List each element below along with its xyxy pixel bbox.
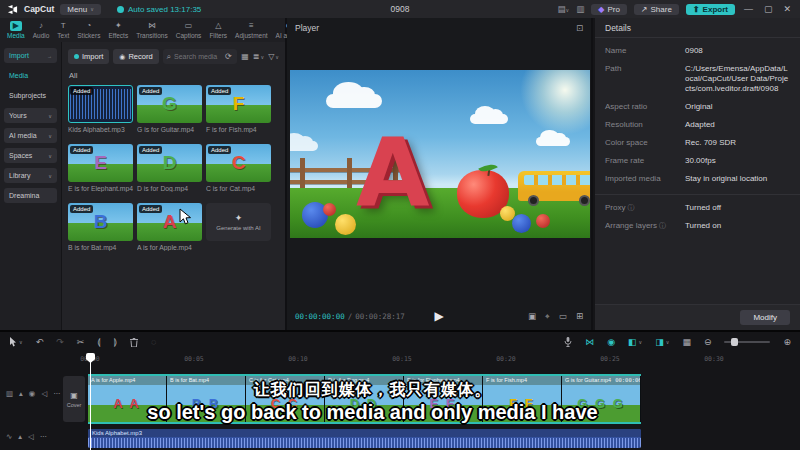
auto-ripple-icon[interactable]: ◉ xyxy=(607,337,615,347)
timeline-zoom-slider[interactable] xyxy=(724,341,770,343)
media-item[interactable]: FAdded F is for Fish.mp4 xyxy=(206,85,271,133)
menu-button[interactable]: Menu∨ xyxy=(60,4,101,15)
tab-media[interactable]: ▶Media xyxy=(3,21,29,39)
magnetism-icon[interactable]: ⋈ xyxy=(585,337,594,347)
toggle-value[interactable]: Turned off xyxy=(685,203,721,213)
media-item-name: A is for Apple.mp4 xyxy=(137,244,202,251)
mute-clip-icon[interactable]: ◌ xyxy=(151,337,156,347)
audio-clip[interactable]: Kids Alphabet.mp3 xyxy=(88,429,641,448)
trim-left-icon[interactable]: ⟬ xyxy=(97,337,100,348)
ruler-label: 00:20 xyxy=(496,355,516,363)
video-thumbnail[interactable]: GAdded xyxy=(137,85,202,123)
media-item-name: D is for Dog.mp4 xyxy=(137,185,202,192)
sidebar-item-subprojects[interactable]: Subprojects xyxy=(4,88,57,103)
added-badge: Added xyxy=(139,87,162,95)
added-badge: Added xyxy=(139,146,162,154)
tab-effects[interactable]: ✦Effects xyxy=(104,21,132,39)
sort-icon[interactable]: ≣∨ xyxy=(253,52,264,61)
minimize-button[interactable]: — xyxy=(742,4,755,14)
refresh-icon[interactable]: ⟳ xyxy=(225,52,232,61)
panel-expand-icon[interactable]: ⊡ xyxy=(576,23,583,33)
media-item[interactable]: Added Kids Alphabet.mp3 xyxy=(68,85,133,133)
sidebar-item-ai-media[interactable]: AI media∨ xyxy=(4,128,57,143)
select-tool-icon[interactable]: ∨ xyxy=(9,337,23,347)
preview-axis-icon[interactable]: ▦ xyxy=(682,337,691,347)
close-button[interactable]: ✕ xyxy=(781,4,793,14)
video-thumbnail[interactable]: BAdded xyxy=(68,203,133,241)
snapping-icon[interactable]: ◧∨ xyxy=(628,337,642,347)
sidebar-item-spaces[interactable]: Spaces∨ xyxy=(4,148,57,163)
tab-audio[interactable]: ♪Audio xyxy=(29,21,54,39)
audio-thumbnail[interactable]: Added xyxy=(68,85,133,123)
generate-with-ai-card[interactable]: ✦Generate with AI xyxy=(206,203,271,251)
video-thumbnail[interactable]: EAdded xyxy=(68,144,133,182)
player-panel: Player ⊡ A 00:00:00:00 / 00:00:28:17 ▶ xyxy=(287,18,593,330)
details-panel: Details Name0908 PathC:/Users/Emensa/App… xyxy=(595,18,800,330)
video-thumbnail[interactable]: DAdded xyxy=(137,144,202,182)
tab-transitions[interactable]: ⋈Transitions xyxy=(132,21,172,39)
added-badge: Added xyxy=(139,205,162,213)
layout-toggle-icon[interactable]: ▥ xyxy=(576,4,584,14)
diamond-icon: ◆ xyxy=(598,5,604,14)
search-input[interactable] xyxy=(174,53,222,60)
fullscreen-icon[interactable]: ⊞ xyxy=(576,311,583,322)
track-waveform-icon[interactable]: ∿ xyxy=(6,432,12,441)
share-icon: ↗ xyxy=(641,5,648,14)
trim-right-icon[interactable]: ⟭ xyxy=(114,337,117,348)
layout-preset-icon[interactable]: ▤∨ xyxy=(557,4,569,14)
focus-icon[interactable]: ⌖ xyxy=(545,311,550,322)
video-thumbnail[interactable]: FAdded xyxy=(206,85,271,123)
ratio-icon[interactable]: ▭ xyxy=(559,311,567,322)
video-thumbnail[interactable]: CAdded xyxy=(206,144,271,182)
tab-stickers[interactable]: ◔Stickers xyxy=(73,21,104,39)
sidebar-item-import[interactable]: Import→ xyxy=(4,48,57,63)
subtitle-chinese: 让我们回到媒体，我只有媒体。 xyxy=(0,380,745,401)
added-badge: Added xyxy=(70,205,93,213)
pro-button[interactable]: ◆Pro xyxy=(591,4,627,15)
zoom-out-icon[interactable]: ⊖ xyxy=(704,337,712,347)
play-button[interactable]: ▶ xyxy=(434,309,443,323)
split-icon[interactable]: ✂ xyxy=(77,337,85,347)
cloud-graphic xyxy=(326,94,382,108)
media-item[interactable]: CAdded C is for Cat.mp4 xyxy=(206,144,271,192)
tab-text[interactable]: TText xyxy=(53,21,73,39)
import-button[interactable]: Import xyxy=(68,49,109,64)
grid-view-icon[interactable]: ▦ xyxy=(241,52,249,61)
delete-icon[interactable] xyxy=(130,338,138,347)
track-lock-icon[interactable]: ▴ xyxy=(18,432,22,441)
timeline-ruler[interactable]: 00:00 00:05 00:10 00:15 00:20 00:25 00:3… xyxy=(0,353,800,365)
sidebar-item-yours[interactable]: Yours∨ xyxy=(4,108,57,123)
voiceover-icon[interactable] xyxy=(564,337,572,347)
media-item[interactable]: EAdded E is for Elephant.mp4 xyxy=(68,144,133,192)
track-mute-icon[interactable]: ◁ xyxy=(28,432,34,441)
redo-icon[interactable]: ↷ xyxy=(56,337,64,347)
undo-icon[interactable]: ↶ xyxy=(36,337,44,347)
sidebar-item-library[interactable]: Library∨ xyxy=(4,168,57,183)
maximize-button[interactable]: ▢ xyxy=(762,4,775,14)
share-button[interactable]: ↗Share xyxy=(634,4,679,15)
mirror-icon[interactable]: ▣ xyxy=(528,311,536,322)
keyframe-icon[interactable]: ◨∨ xyxy=(655,337,669,347)
media-item[interactable]: BAdded B is for Bat.mp4 xyxy=(68,203,133,251)
media-item[interactable]: DAdded D is for Dog.mp4 xyxy=(137,144,202,192)
zoom-slider-knob[interactable] xyxy=(731,338,738,346)
search-box[interactable]: ⌕ ⟳ xyxy=(163,49,238,64)
record-button[interactable]: ◉Record xyxy=(113,49,158,64)
sidebar-item-dreamina[interactable]: Dreamina xyxy=(4,188,57,203)
toggle-value[interactable]: Turned on xyxy=(685,221,721,231)
tab-captions[interactable]: ▭Captions xyxy=(172,21,206,39)
filter-icon[interactable]: ▽∨ xyxy=(268,52,279,61)
ruler-label: 00:25 xyxy=(600,355,620,363)
tab-filters[interactable]: △Filters xyxy=(205,21,231,39)
export-button[interactable]: ⬆Export xyxy=(686,4,735,15)
zoom-in-icon[interactable]: ⊕ xyxy=(783,337,791,347)
modify-button[interactable]: Modify xyxy=(740,310,790,325)
track-more-icon[interactable]: ⋯ xyxy=(40,432,48,441)
record-icon: ◉ xyxy=(119,53,125,61)
field-value: 30.00fps xyxy=(685,156,716,166)
sidebar-item-media[interactable]: Media xyxy=(4,68,57,83)
field-value: Adapted xyxy=(685,120,715,130)
media-item[interactable]: GAdded G is for Guitar.mp4 xyxy=(137,85,202,133)
titlebar-actions: ▤∨ ▥ ◆Pro ↗Share ⬆Export — ▢ ✕ xyxy=(557,4,793,15)
tab-adjustment[interactable]: ≡Adjustment xyxy=(231,21,272,39)
